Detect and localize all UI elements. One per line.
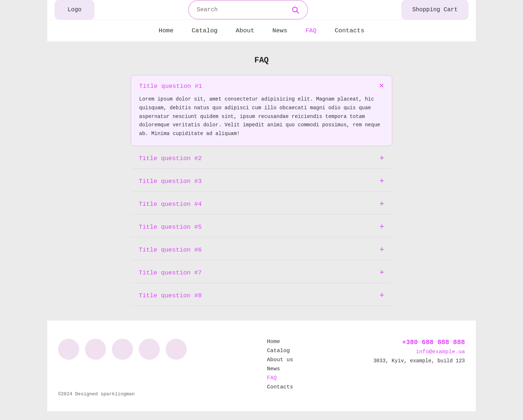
footer-left: ©2024 Designed sparklingman — [58, 339, 187, 397]
social-icon-2[interactable] — [85, 339, 106, 360]
copyright: ©2024 Designed sparklingman — [58, 391, 187, 397]
faq-open-icon-5[interactable]: + — [380, 223, 384, 231]
faq-header-6[interactable]: Title question #6 + — [139, 246, 384, 254]
faq-header-4[interactable]: Title question #4 + — [139, 200, 384, 208]
cart-button[interactable]: Shopping Cart — [401, 0, 469, 20]
faq-item-1: Title question #1 ✕ Lorem ipsum dolor si… — [131, 75, 392, 146]
nav-item-faq[interactable]: FAQ — [305, 27, 317, 34]
footer-nav-news[interactable]: News — [267, 366, 293, 372]
faq-question-1: Title question #1 — [139, 83, 202, 90]
nav-item-contacts[interactable]: Contacts — [335, 27, 365, 34]
faq-header-7[interactable]: Title question #7 + — [139, 269, 384, 277]
faq-open-icon-8[interactable]: + — [380, 292, 384, 300]
faq-question-2: Title question #2 — [139, 155, 202, 162]
social-icon-5[interactable] — [166, 339, 187, 360]
search-input[interactable] — [197, 7, 291, 13]
faq-open-icon-7[interactable]: + — [380, 269, 384, 277]
faq-item-4: Title question #4 + — [131, 195, 392, 215]
page-title: FAQ — [131, 56, 392, 65]
footer-nav-contacts[interactable]: Contacts — [267, 384, 293, 390]
faq-item-2: Title question #2 + — [131, 149, 392, 169]
faq-open-icon-4[interactable]: + — [380, 200, 384, 208]
faq-header-5[interactable]: Title question #5 + — [139, 223, 384, 231]
faq-open-icon-2[interactable]: + — [380, 155, 384, 163]
footer-nav-home[interactable]: Home — [267, 339, 293, 345]
faq-open-icon-6[interactable]: + — [380, 246, 384, 254]
faq-item-3: Title question #3 + — [131, 172, 392, 192]
svg-line-1 — [297, 11, 299, 13]
footer: ©2024 Designed sparklingman Home Catalog… — [47, 321, 476, 411]
faq-question-5: Title question #5 — [139, 224, 202, 231]
social-icon-1[interactable] — [58, 339, 79, 360]
faq-header-3[interactable]: Title question #3 + — [139, 178, 384, 185]
nav-item-news[interactable]: News — [272, 27, 287, 34]
faq-question-4: Title question #4 — [139, 201, 202, 208]
faq-item-6: Title question #6 + — [131, 240, 392, 260]
faq-question-6: Title question #6 — [139, 246, 202, 253]
footer-address: 3033, Kyiv, example, build 123 — [373, 358, 465, 364]
social-icons — [58, 339, 187, 360]
nav-item-home[interactable]: Home — [159, 27, 174, 34]
faq-question-7: Title question #7 — [139, 269, 202, 276]
faq-question-3: Title question #3 — [139, 178, 202, 185]
main-content: FAQ Title question #1 ✕ Lorem ipsum dolo… — [123, 56, 400, 306]
footer-nav-catalog[interactable]: Catalog — [267, 348, 293, 354]
faq-header-1[interactable]: Title question #1 ✕ — [139, 82, 384, 90]
faq-item-8: Title question #8 + — [131, 286, 392, 306]
footer-nav: Home Catalog About us News FAQ Contacts — [267, 339, 293, 390]
footer-nav-faq[interactable]: FAQ — [267, 375, 293, 381]
social-icon-3[interactable] — [112, 339, 133, 360]
social-icon-4[interactable] — [139, 339, 160, 360]
faq-open-icon-3[interactable]: + — [380, 178, 384, 185]
nav-item-about[interactable]: About — [236, 27, 254, 34]
footer-nav-about[interactable]: About us — [267, 357, 293, 363]
footer-contact: +380 688 888 888 info@example.ua 3033, K… — [373, 339, 465, 364]
faq-header-8[interactable]: Title question #8 + — [139, 292, 384, 300]
faq-question-8: Title question #8 — [139, 292, 202, 299]
footer-email: info@example.ua — [416, 349, 465, 355]
main-nav: Home Catalog About News FAQ Contacts — [47, 27, 476, 34]
footer-phone: +380 688 888 888 — [402, 339, 465, 346]
faq-item-7: Title question #7 + — [131, 263, 392, 283]
logo-button[interactable]: Logo — [54, 0, 94, 20]
faq-header-2[interactable]: Title question #2 + — [139, 155, 384, 163]
faq-close-icon-1[interactable]: ✕ — [379, 82, 384, 90]
header: Logo Shopping Cart — [47, 0, 476, 20]
search-icon — [291, 6, 299, 14]
search-container — [188, 0, 308, 20]
faq-item-5: Title question #5 + — [131, 217, 392, 237]
nav-item-catalog[interactable]: Catalog — [192, 27, 218, 34]
faq-answer-1: Lorem ipsum dolor sit, amet consectetur … — [139, 95, 384, 138]
